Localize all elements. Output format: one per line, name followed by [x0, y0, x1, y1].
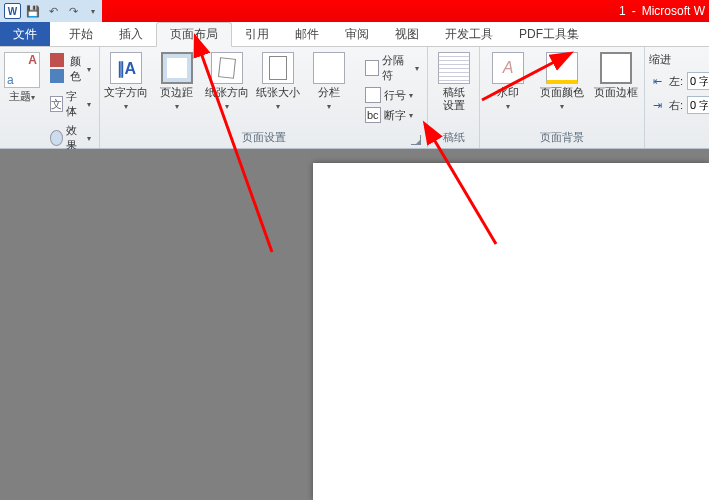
indent-right-icon: ⇥ — [649, 97, 665, 113]
undo-icon[interactable]: ↶ — [45, 3, 61, 19]
themes-label: 主题 — [9, 90, 31, 102]
size-icon — [262, 52, 294, 84]
page-setup-dialog-launcher[interactable] — [411, 135, 421, 145]
tab-pdf-tools[interactable]: PDF工具集 — [506, 22, 592, 46]
window-title: 1 - Microsoft W — [619, 4, 705, 18]
colors-icon — [50, 53, 67, 85]
ribbon-tabs: 文件 开始 插入 页面布局 引用 邮件 审阅 视图 开发工具 PDF工具集 — [0, 22, 709, 47]
ribbon: 主题▾ 颜色▾ 文 字体▾ 效果▾ 主题 ∥A — [0, 47, 709, 149]
orientation-button[interactable]: 纸张方向▾ — [205, 52, 250, 113]
margins-button[interactable]: 页边距▾ — [155, 52, 200, 113]
theme-colors-button[interactable]: 颜色▾ — [46, 52, 95, 86]
hyphenation-icon: bc — [365, 107, 381, 123]
line-numbers-icon — [365, 87, 381, 103]
themes-button[interactable]: 主题▾ — [4, 52, 40, 104]
tab-file[interactable]: 文件 — [0, 22, 50, 46]
quick-access-toolbar: W 💾 ↶ ↷ ▾ — [0, 0, 102, 22]
theme-colors-label: 颜色 — [70, 54, 84, 84]
indent-header: 缩进 — [649, 52, 671, 67]
watermark-icon: A — [492, 52, 524, 84]
indent-right-label: 右: — [669, 98, 683, 113]
size-button[interactable]: 纸张大小▾ — [256, 52, 301, 113]
title-sep: - — [632, 4, 636, 18]
fonts-icon: 文 — [50, 96, 63, 112]
doc-name: 1 — [619, 4, 626, 18]
document-workspace — [0, 149, 709, 500]
chevron-down-icon: ▾ — [31, 93, 35, 102]
group-themes: 主题▾ 颜色▾ 文 字体▾ 效果▾ 主题 — [0, 47, 100, 148]
page-color-icon — [546, 52, 578, 84]
margins-icon — [161, 52, 193, 84]
text-direction-icon: ∥A — [110, 52, 142, 84]
indent-left-icon: ⇤ — [649, 73, 665, 89]
themes-icon — [4, 52, 40, 88]
theme-fonts-button[interactable]: 文 字体▾ — [46, 88, 95, 120]
breaks-button[interactable]: 分隔符▾ — [361, 52, 423, 84]
effects-icon — [50, 130, 63, 146]
tab-review[interactable]: 审阅 — [332, 22, 382, 46]
word-icon[interactable]: W — [4, 3, 21, 19]
tab-insert[interactable]: 插入 — [106, 22, 156, 46]
save-icon[interactable]: 💾 — [25, 3, 41, 19]
columns-icon — [313, 52, 345, 84]
group-indent: 缩进 ⇤ 左: ⇥ 右: — [645, 47, 709, 148]
group-page-setup-label: 页面设置 — [242, 131, 286, 143]
group-background-label: 页面背景 — [484, 128, 640, 148]
tab-developer[interactable]: 开发工具 — [432, 22, 506, 46]
watermark-button[interactable]: A 水印▾ — [484, 52, 532, 113]
line-numbers-button[interactable]: 行号▾ — [361, 86, 423, 104]
breaks-icon — [365, 60, 380, 76]
app-name: Microsoft W — [642, 4, 705, 18]
indent-left-label: 左: — [669, 74, 683, 89]
manuscript-settings-button[interactable]: 稿纸设置 — [432, 52, 475, 112]
group-manuscript: 稿纸设置 稿纸 — [428, 47, 480, 148]
redo-icon[interactable]: ↷ — [65, 3, 81, 19]
tab-references[interactable]: 引用 — [232, 22, 282, 46]
columns-button[interactable]: 分栏▾ — [306, 52, 351, 113]
orientation-icon — [211, 52, 243, 84]
group-page-background: A 水印▾ 页面颜色▾ 页面边框 页面背景 — [480, 47, 645, 148]
page-borders-button[interactable]: 页面边框 — [592, 52, 640, 99]
tab-mailings[interactable]: 邮件 — [282, 22, 332, 46]
hyphenation-button[interactable]: bc断字▾ — [361, 106, 423, 124]
indent-left-input[interactable] — [687, 72, 709, 90]
group-manuscript-label: 稿纸 — [432, 128, 475, 148]
page-borders-icon — [600, 52, 632, 84]
tab-view[interactable]: 视图 — [382, 22, 432, 46]
theme-fonts-label: 字体 — [66, 89, 84, 119]
tab-page-layout[interactable]: 页面布局 — [156, 22, 232, 47]
indent-right-input[interactable] — [687, 96, 709, 114]
group-page-setup: ∥A 文字方向▾ 页边距▾ 纸张方向▾ 纸张大小▾ 分栏▾ 分隔符▾ 行号▾ — [100, 47, 428, 148]
title-bar: W 💾 ↶ ↷ ▾ 1 - Microsoft W — [0, 0, 709, 22]
document-page[interactable] — [313, 163, 709, 500]
text-direction-button[interactable]: ∥A 文字方向▾ — [104, 52, 149, 113]
manuscript-icon — [438, 52, 470, 84]
tab-home[interactable]: 开始 — [56, 22, 106, 46]
qat-customize-icon[interactable]: ▾ — [85, 3, 101, 19]
page-color-button[interactable]: 页面颜色▾ — [538, 52, 586, 113]
